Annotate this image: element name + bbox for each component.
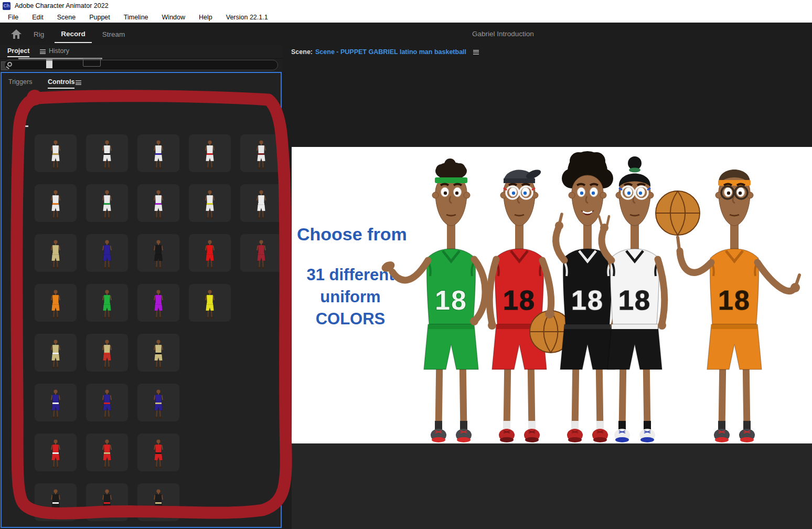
controls-panel-menu-icon[interactable] — [76, 80, 81, 85]
scene-header: Scene: Scene - PUPPET GABRIEL latino man… — [291, 48, 479, 56]
uniform-thumbnail[interactable] — [35, 334, 77, 372]
uniform-thumbnail[interactable] — [137, 433, 179, 471]
home-icon — [11, 29, 22, 39]
uniform-grid-row — [35, 234, 283, 272]
background-artifact — [19, 125, 28, 127]
uniform-mini-figure — [189, 234, 231, 272]
home-button[interactable] — [9, 27, 23, 41]
tab-controls[interactable]: Controls — [48, 78, 74, 89]
uniform-thumbnail[interactable] — [86, 384, 128, 421]
app-icon: Ch — [3, 2, 10, 10]
uniform-mini-figure — [35, 433, 77, 471]
window-title-bar: Ch Adobe Character Animator 2022 — [0, 0, 812, 12]
search-icon — [7, 62, 12, 67]
uniform-thumbnail[interactable] — [35, 483, 77, 521]
uniform-mini-figure — [35, 483, 77, 521]
uniform-grid-row — [35, 284, 283, 322]
uniform-thumbnail[interactable] — [86, 433, 128, 471]
uniform-mini-figure — [35, 184, 77, 222]
uniform-mini-figure — [86, 284, 128, 322]
uniform-thumbnail[interactable] — [189, 134, 231, 172]
project-panel-menu-icon[interactable] — [40, 49, 46, 54]
menu-item-version: Version 22.1.1 — [219, 14, 275, 21]
uniform-thumbnail[interactable] — [137, 334, 179, 372]
uniform-mini-figure — [35, 234, 77, 272]
uniform-thumbnail[interactable] — [137, 483, 179, 521]
uniform-thumbnail[interactable] — [86, 483, 128, 521]
tab-stream[interactable]: Stream — [96, 25, 132, 43]
menu-item-puppet[interactable]: Puppet — [82, 14, 117, 21]
window-title: Adobe Character Animator 2022 — [15, 2, 109, 9]
uniform-mini-figure — [86, 134, 128, 172]
controls-panel: Triggers Controls — [1, 72, 282, 528]
uniform-thumbnail[interactable] — [137, 384, 179, 421]
uniform-grid-row — [35, 384, 283, 421]
uniform-thumbnail[interactable] — [86, 184, 128, 222]
scene-stage-viewport[interactable]: Choose from31 differentuniformCOLORS 18 … — [292, 147, 812, 443]
svg-text:18: 18 — [503, 285, 536, 315]
uniform-thumbnail[interactable] — [35, 384, 77, 421]
search-row — [0, 59, 282, 71]
uniform-mini-figure — [86, 433, 128, 471]
tab-triggers[interactable]: Triggers — [8, 78, 32, 86]
uniform-mini-figure — [86, 334, 128, 372]
uniform-color-grid — [35, 134, 283, 529]
uniform-thumbnail[interactable] — [86, 134, 128, 172]
svg-text:COLORS: COLORS — [316, 310, 386, 328]
uniform-grid-row — [35, 433, 283, 471]
uniform-thumbnail[interactable] — [137, 234, 179, 272]
uniform-mini-figure — [137, 384, 179, 421]
uniform-thumbnail[interactable] — [35, 433, 77, 471]
project-panel: Project History Triggers Controls — [0, 45, 282, 529]
uniform-thumbnail[interactable] — [137, 284, 179, 322]
uniform-thumbnail[interactable] — [35, 184, 77, 222]
uniform-thumbnail[interactable] — [35, 284, 77, 322]
tab-project[interactable]: Project — [7, 47, 29, 57]
menu-bar: File Edit Scene Puppet Timeline Window H… — [0, 12, 812, 23]
uniform-mini-figure — [86, 483, 128, 521]
tab-rig[interactable]: Rig — [27, 25, 50, 43]
menu-item-window[interactable]: Window — [155, 14, 192, 21]
uniform-mini-figure — [35, 284, 77, 322]
uniform-thumbnail[interactable] — [240, 234, 282, 272]
scene-menu-icon[interactable] — [473, 50, 479, 55]
tab-record[interactable]: Record — [55, 25, 92, 43]
uniform-mini-figure — [189, 184, 231, 222]
uniform-thumbnail[interactable] — [189, 284, 231, 322]
uniform-thumbnail[interactable] — [240, 134, 282, 172]
svg-text:18: 18 — [435, 285, 467, 315]
uniform-thumbnail[interactable] — [189, 234, 231, 272]
uniform-mini-figure — [35, 384, 77, 421]
uniform-thumbnail[interactable] — [189, 184, 231, 222]
uniform-thumbnail[interactable] — [86, 234, 128, 272]
menu-item-help[interactable]: Help — [192, 14, 219, 21]
menu-item-file[interactable]: File — [1, 14, 25, 21]
uniform-thumbnail[interactable] — [35, 234, 77, 272]
uniform-mini-figure — [35, 334, 77, 372]
uniform-thumbnail[interactable] — [137, 134, 179, 172]
svg-text:uniform: uniform — [320, 288, 380, 306]
uniform-thumbnail[interactable] — [35, 134, 77, 172]
uniform-mini-figure — [137, 234, 179, 272]
tab-history[interactable]: History — [49, 47, 69, 55]
menu-item-edit[interactable]: Edit — [25, 14, 50, 21]
uniform-mini-figure — [137, 433, 179, 471]
uniform-thumbnail[interactable] — [240, 184, 282, 222]
uniform-mini-figure — [137, 284, 179, 322]
background-artifact — [46, 59, 52, 68]
uniform-mini-figure — [137, 184, 179, 222]
uniform-grid-row — [35, 184, 283, 222]
uniform-mini-figure — [240, 184, 282, 222]
menu-item-timeline[interactable]: Timeline — [117, 14, 155, 21]
scene-name-link[interactable]: Scene - PUPPET GABRIEL latino man basket… — [315, 48, 466, 56]
uniform-mini-figure — [137, 483, 179, 521]
uniform-thumbnail[interactable] — [137, 184, 179, 222]
uniform-thumbnail[interactable] — [86, 334, 128, 372]
svg-text:18: 18 — [618, 285, 651, 315]
uniform-mini-figure — [86, 384, 128, 421]
uniform-grid-row — [35, 134, 283, 172]
search-input[interactable] — [4, 60, 278, 70]
uniform-mini-figure — [240, 134, 282, 172]
menu-item-scene[interactable]: Scene — [50, 14, 82, 21]
uniform-thumbnail[interactable] — [86, 284, 128, 322]
